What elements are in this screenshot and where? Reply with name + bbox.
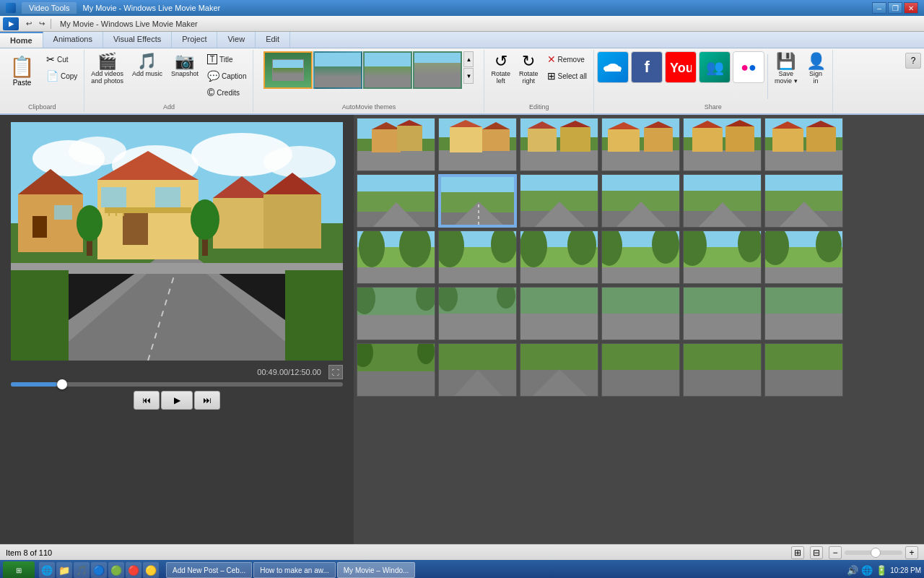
add-videos-button[interactable]: 🎬 Add videosand photos <box>87 51 127 87</box>
clip-16[interactable] <box>601 230 680 284</box>
clip-6[interactable] <box>764 118 843 171</box>
system-time: 10:28 PM <box>890 566 921 574</box>
theme-4[interactable] <box>413 51 462 89</box>
minimize-button[interactable]: – <box>872 2 886 14</box>
clip-19[interactable] <box>357 287 435 340</box>
svg-rect-118 <box>602 267 680 284</box>
storyboard-view-button[interactable]: ⊞ <box>791 546 804 559</box>
main-content: 00:49.00/12:50.00 ⛶ ⏮ ▶ ⏭ <box>0 115 924 544</box>
taskbar-icon-4[interactable]: 🟡 <box>143 562 159 578</box>
clip-14[interactable] <box>438 230 517 284</box>
rotate-right-button[interactable]: ↻ Rotateright <box>515 51 542 87</box>
taskbar-icon-3[interactable]: 🔴 <box>126 562 141 578</box>
skydrive-button[interactable] <box>597 51 629 83</box>
play-button[interactable]: ▶ <box>161 391 193 410</box>
clip-20[interactable] <box>438 287 517 340</box>
clip-25[interactable] <box>357 343 435 397</box>
taskbar-window-2[interactable]: How to make an aw... <box>253 562 336 578</box>
help-button[interactable]: ? <box>905 53 921 69</box>
time-display: 00:49.00/12:50.00 ⛶ <box>11 365 343 379</box>
clip-10[interactable] <box>601 174 680 228</box>
share-icons: f You 👥 ●● <box>597 51 764 83</box>
taskbar-icon-media[interactable]: 🎵 <box>74 562 90 578</box>
restore-button[interactable]: ❐ <box>888 2 902 14</box>
facebook-button[interactable]: f <box>631 51 663 83</box>
tab-edit[interactable]: Edit <box>256 32 290 48</box>
app-logo: ▶ <box>3 17 19 30</box>
seek-bar[interactable] <box>11 382 343 387</box>
app-title-label: My Movie - Windows Live Movie Maker <box>60 20 921 28</box>
remove-button[interactable]: ✕ Remove <box>544 51 591 67</box>
qat-redo[interactable]: ↪ <box>36 17 48 30</box>
tab-visual-effects[interactable]: Visual Effects <box>103 32 172 48</box>
fullscreen-button[interactable]: ⛶ <box>328 365 343 379</box>
tab-home[interactable]: Home <box>0 32 43 48</box>
save-movie-button[interactable]: 💾 Savemovie ▾ <box>771 51 801 87</box>
title-button[interactable]: 🅃 Title <box>204 51 250 67</box>
clip-15[interactable] <box>520 230 598 284</box>
taskbar-window-1[interactable]: Add New Post – Ceb... <box>166 562 252 578</box>
theme-1[interactable] <box>263 51 313 89</box>
clip-9[interactable] <box>520 174 598 228</box>
clip-23[interactable] <box>683 287 762 340</box>
clip-2[interactable] <box>438 118 517 171</box>
youtube-button[interactable]: You <box>665 51 697 83</box>
copy-button[interactable]: 📄 Copy <box>43 68 81 84</box>
clip-27[interactable] <box>520 343 598 397</box>
timeline-view-button[interactable]: ⊟ <box>810 546 823 559</box>
clip-21[interactable] <box>520 287 598 340</box>
clip-24[interactable] <box>764 287 843 340</box>
clip-4[interactable] <box>601 118 680 171</box>
flickr-button[interactable]: ●● <box>733 51 764 83</box>
clip-5[interactable] <box>683 118 762 171</box>
clip-17[interactable] <box>683 230 762 284</box>
clip-13[interactable] <box>357 230 435 284</box>
theme-scroll-up[interactable]: ▲ <box>463 51 474 67</box>
clip-29[interactable] <box>683 343 762 397</box>
people-button[interactable]: 👥 <box>699 51 731 83</box>
tab-project[interactable]: Project <box>172 32 217 48</box>
clip-30[interactable] <box>764 343 843 397</box>
add-music-button[interactable]: 🎵 Add music <box>128 51 166 79</box>
cut-button[interactable]: ✂ Cut <box>43 51 81 67</box>
clip-22[interactable] <box>601 287 680 340</box>
clip-11[interactable] <box>683 174 762 228</box>
clip-26[interactable] <box>438 343 517 397</box>
caption-button[interactable]: 💬 Caption <box>204 68 250 84</box>
tab-view[interactable]: View <box>217 32 256 48</box>
next-frame-button[interactable]: ⏭ <box>194 391 220 410</box>
theme-scroll-down[interactable]: ▼ <box>463 68 474 84</box>
clip-12[interactable] <box>764 174 843 228</box>
snapshot-button[interactable]: 📷 Snapshot <box>167 51 202 79</box>
taskbar-window-3[interactable]: My Movie – Windo... <box>337 562 416 578</box>
select-all-button[interactable]: ⊞ Select all <box>544 68 591 84</box>
taskbar-icon-folder[interactable]: 📁 <box>56 562 72 578</box>
clip-1[interactable] <box>357 118 435 171</box>
storyboard[interactable] <box>354 115 924 544</box>
close-button[interactable]: ✕ <box>904 2 918 14</box>
zoom-in-button[interactable]: + <box>905 546 918 559</box>
zoom-out-button[interactable]: − <box>829 546 842 559</box>
rotate-left-button[interactable]: ↺ Rotateleft <box>487 51 514 87</box>
clip-3[interactable] <box>520 118 598 171</box>
credits-button[interactable]: © Credits <box>204 85 250 100</box>
clip-8-selected[interactable] <box>438 174 517 228</box>
clip-7[interactable] <box>357 174 435 228</box>
taskbar-icon-1[interactable]: 🔵 <box>91 562 107 578</box>
seek-thumb[interactable] <box>57 379 67 389</box>
clip-18[interactable] <box>764 230 843 284</box>
taskbar-icon-ie[interactable]: 🌐 <box>39 562 55 578</box>
prev-frame-button[interactable]: ⏮ <box>134 391 160 410</box>
sign-in-button[interactable]: 👤 Signin <box>803 51 829 87</box>
zoom-track[interactable] <box>845 551 902 555</box>
theme-2[interactable] <box>313 51 362 89</box>
clip-28[interactable] <box>601 343 680 397</box>
start-button[interactable]: ⊞ <box>3 561 35 578</box>
taskbar-icon-2[interactable]: 🟢 <box>108 562 124 578</box>
tab-animations[interactable]: Animations <box>43 32 103 48</box>
theme-3[interactable] <box>363 51 412 89</box>
snapshot-label: Snapshot <box>171 70 199 77</box>
zoom-thumb[interactable] <box>871 548 881 558</box>
qat-undo[interactable]: ↩ <box>23 17 35 30</box>
paste-button[interactable]: 📋 Paste <box>3 51 41 90</box>
